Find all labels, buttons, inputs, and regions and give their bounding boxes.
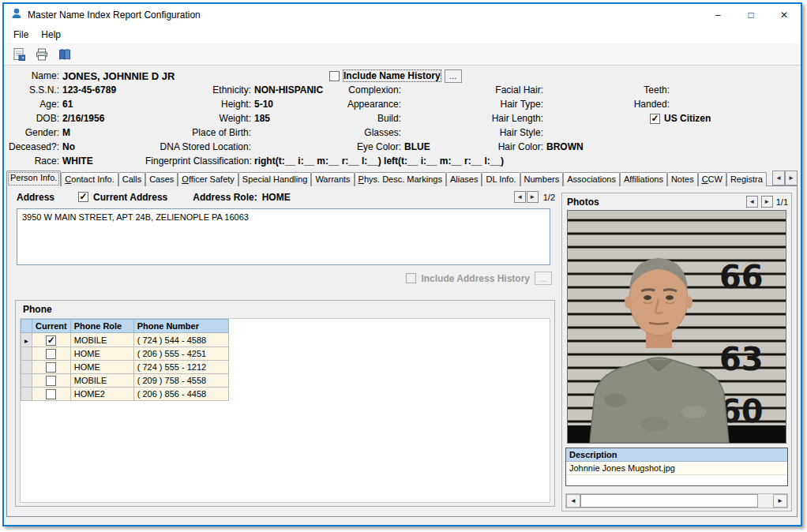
tab-dl-info[interactable]: DL Info. [482, 172, 520, 186]
person-info-tab-page: Address ✓ Current Address Address Role: … [6, 185, 798, 517]
weight-label: Weight: [145, 113, 254, 124]
tab-scroll-right-icon[interactable]: ► [785, 170, 798, 185]
hair-length-label: Hair Length: [475, 113, 546, 124]
include-name-history-checkbox[interactable] [329, 71, 340, 81]
phone-current-cell[interactable] [32, 347, 71, 361]
us-citizen-checkbox[interactable]: ✓ [650, 114, 660, 124]
tab-notes[interactable]: Notes [667, 172, 698, 186]
phone-current-cell[interactable] [32, 361, 71, 374]
tab-phys-desc-markings[interactable]: Phys. Desc. Markings [355, 172, 446, 186]
report-icon[interactable] [9, 45, 29, 64]
name-history-more-button[interactable]: ... [445, 69, 462, 83]
menu-help[interactable]: Help [35, 28, 67, 42]
include-address-history-checkbox [406, 273, 416, 283]
dob-label: DOB: [9, 113, 62, 124]
phone-role-cell[interactable]: HOME [70, 347, 133, 361]
phone-col-role[interactable]: Phone Role [70, 320, 133, 333]
scrollbar-left-icon[interactable]: ◄ [566, 494, 580, 508]
phone-number-cell[interactable]: ( 206 ) 555 - 4251 [133, 347, 228, 361]
address-next-icon[interactable]: ► [527, 191, 539, 203]
window-controls: – □ ✕ [701, 4, 801, 26]
phone-number-cell[interactable]: ( 206 ) 856 - 4458 [133, 388, 228, 401]
address-prev-icon[interactable]: ◄ [514, 191, 526, 203]
tab-calls[interactable]: Calls [118, 172, 145, 186]
row-selector[interactable] [21, 388, 32, 401]
tab-warrants[interactable]: Warrants [311, 172, 354, 186]
phone-number-cell[interactable]: ( 724 ) 544 - 4588 [133, 333, 228, 347]
row-selector[interactable] [21, 347, 32, 361]
phone-row[interactable]: MOBILE ( 209 ) 758 - 4558 [21, 374, 229, 388]
age-value: 61 [62, 99, 145, 110]
phone-row[interactable]: HOME2 ( 206 ) 856 - 4458 [21, 388, 229, 401]
phone-current-checkbox[interactable] [46, 349, 56, 359]
phone-current-checkbox[interactable] [46, 376, 56, 386]
scrollbar-right-icon[interactable]: ► [773, 494, 787, 508]
ethnicity-label: Ethnicity: [145, 84, 254, 96]
include-address-history-control: Include Address History ... [17, 272, 552, 285]
tab-numbers[interactable]: Numbers [520, 172, 564, 186]
height-label: Height: [145, 99, 254, 110]
report-viewer-book-icon[interactable] [54, 45, 75, 64]
phone-role-cell[interactable]: MOBILE [70, 333, 133, 347]
tab-ccw[interactable]: CCW [698, 172, 726, 186]
phone-current-cell[interactable] [32, 374, 71, 388]
app-window: Master Name Index Report Configuration –… [2, 2, 802, 526]
phone-role-cell[interactable]: HOME2 [70, 388, 133, 401]
photos-group: Photos ◄ ► 1/1 [561, 193, 792, 511]
tab-officer-safety[interactable]: Officer Safety [178, 172, 238, 186]
fingerprint-value: right(t:__ i:__ m:__ r:__ l:__) left(t:_… [254, 155, 621, 167]
phone-col-number[interactable]: Phone Number [133, 320, 228, 333]
phone-current-cell[interactable] [32, 388, 71, 401]
description-header: Description [566, 448, 787, 462]
photo-next-icon[interactable]: ► [761, 196, 773, 208]
build-label: Build: [329, 113, 404, 124]
eye-color-label: Eye Color: [329, 141, 404, 152]
phone-row[interactable]: ► ✓ MOBILE ( 724 ) 544 - 4588 [21, 333, 229, 347]
phone-header-row: Current Phone Role Phone Number [21, 320, 229, 333]
phone-number-cell[interactable]: ( 724 ) 555 - 1212 [133, 361, 228, 374]
tab-aliases[interactable]: Aliases [446, 172, 482, 186]
fingerprint-label: Fingerprint Classification: [145, 155, 254, 167]
svg-text:63: 63 [719, 341, 764, 377]
menu-file[interactable]: File [7, 28, 35, 42]
row-selector[interactable] [21, 361, 32, 374]
print-icon[interactable] [32, 45, 52, 64]
current-address-checkbox[interactable]: ✓ [78, 192, 88, 202]
teeth-label: Teeth: [621, 84, 673, 96]
tab-affiliations[interactable]: Affiliations [620, 172, 667, 186]
phone-current-cell[interactable]: ✓ [32, 333, 71, 347]
include-name-history-label: Include Name History [343, 70, 441, 81]
name-value: JONES, JOHNNIE D JR [62, 70, 329, 82]
row-selector[interactable] [21, 374, 32, 388]
close-button[interactable]: ✕ [768, 4, 801, 26]
phone-role-cell[interactable]: MOBILE [70, 374, 133, 388]
phone-current-checkbox[interactable] [46, 362, 56, 373]
tab-associations[interactable]: Associations [563, 172, 620, 186]
tab-contact-info[interactable]: Contact Info. [61, 172, 118, 186]
phone-row[interactable]: HOME ( 206 ) 555 - 4251 [21, 347, 229, 361]
maximize-button[interactable]: □ [734, 4, 768, 26]
phone-col-current[interactable]: Current [32, 320, 71, 333]
row-selector[interactable]: ► [21, 333, 32, 347]
tab-scroll-left-icon[interactable]: ◄ [772, 170, 785, 185]
facial-hair-label: Facial Hair: [475, 84, 546, 96]
dna-label: DNA Stored Location: [145, 141, 254, 152]
minimize-button[interactable]: – [701, 4, 734, 26]
tab-person-info[interactable]: Person Info. [6, 170, 61, 186]
address-section-label: Address [17, 192, 54, 203]
address-textbox[interactable]: 3950 W MAIN STREET, APT 24B, ZELIENOPLE … [17, 208, 550, 265]
phone-role-cell[interactable]: HOME [70, 361, 133, 374]
scrollbar-track[interactable] [758, 494, 773, 508]
phone-current-checkbox[interactable]: ✓ [46, 335, 56, 346]
phone-section-label: Phone [23, 304, 52, 315]
tab-special-handling[interactable]: Special Handling [238, 172, 312, 186]
phone-row[interactable]: HOME ( 724 ) 555 - 1212 [21, 361, 229, 374]
photo-prev-icon[interactable]: ◄ [746, 196, 758, 208]
tab-registration[interactable]: Registra [726, 172, 767, 186]
name-label: Name: [9, 70, 62, 81]
description-row[interactable]: Johnnie Jones Mugshot.jpg [566, 462, 787, 475]
tab-cases[interactable]: Cases [145, 172, 178, 186]
scrollbar-thumb[interactable] [580, 494, 758, 508]
phone-number-cell[interactable]: ( 209 ) 758 - 4558 [133, 374, 228, 388]
phone-current-checkbox[interactable] [46, 389, 56, 399]
